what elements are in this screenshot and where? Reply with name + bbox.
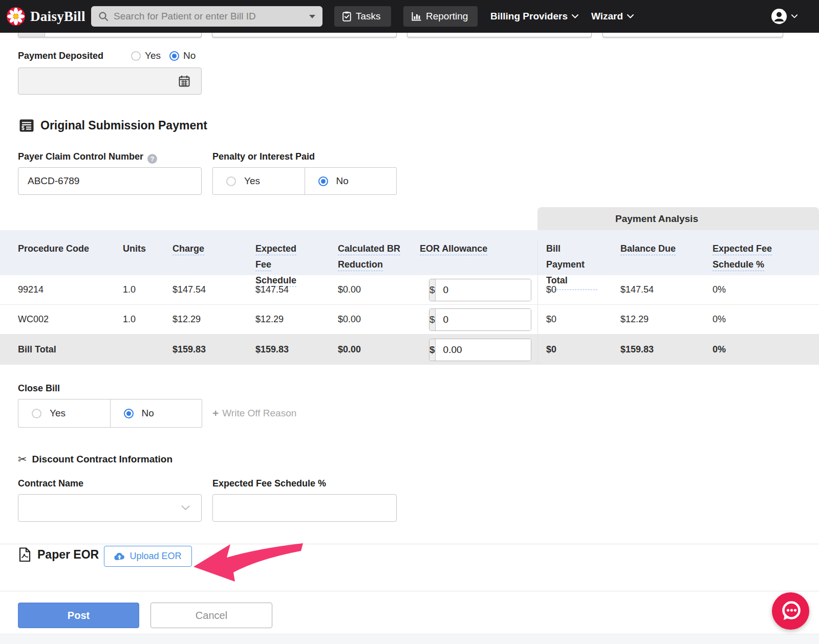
search-input[interactable] xyxy=(114,11,309,22)
reporting-label: Reporting xyxy=(426,11,468,22)
reporting-button[interactable]: Reporting xyxy=(403,6,478,27)
top-nav: DaisyBill Tasks xyxy=(0,0,819,33)
table-row: WC002 1.0 $12.29 $12.29 $0.00 $ $0 $12.2… xyxy=(0,305,819,335)
eor-allowance-total-input[interactable] xyxy=(436,339,531,361)
tasks-clipboard-icon xyxy=(342,11,351,21)
expected-fee-cell: $159.83 xyxy=(255,344,338,355)
cloud-upload-icon xyxy=(114,552,125,561)
tasks-button[interactable]: Tasks xyxy=(334,6,391,27)
balance-due-cell: $12.29 xyxy=(620,314,713,325)
bill-payment-total-cell: $0 xyxy=(537,275,620,304)
nav-billing-providers[interactable]: Billing Providers xyxy=(490,0,578,33)
contract-name-select[interactable] xyxy=(18,494,202,522)
expected-fee-pct-cell: 0% xyxy=(713,344,819,355)
calendar-icon xyxy=(179,75,190,87)
expected-fee-schedule-label: Expected Fee Schedule % xyxy=(212,478,326,489)
close-bill-no-option[interactable]: No xyxy=(110,399,202,427)
bill-payment-total-cell: $0 xyxy=(537,335,620,365)
payment-deposited-yes[interactable]: Yes xyxy=(131,50,161,61)
truncated-input-1[interactable] xyxy=(18,33,202,37)
col-units: Units xyxy=(123,241,173,257)
chevron-down-icon xyxy=(627,14,634,18)
col-balance-due[interactable]: Balance Due xyxy=(620,241,713,257)
eor-allowance-input[interactable] xyxy=(436,309,531,330)
truncated-input-2[interactable] xyxy=(212,33,397,37)
scissors-icon: ✂ xyxy=(18,453,27,465)
plus-icon: + xyxy=(212,407,219,419)
col-bill-payment-total[interactable]: Bill Payment Total xyxy=(537,241,620,275)
col-eor-allowance[interactable]: EOR Allowance xyxy=(420,241,537,257)
brand-logo[interactable]: DaisyBill xyxy=(6,7,85,26)
bill-total-row: Bill Total $159.83 $159.83 $0.00 $ $0 $1… xyxy=(0,335,819,365)
section-title-text: Original Submission Payment xyxy=(40,119,207,132)
currency-addon: $ xyxy=(429,339,436,361)
eor-allowance-input-group: $ xyxy=(429,308,531,331)
no-label: No xyxy=(142,408,154,419)
brand-name: DaisyBill xyxy=(30,9,85,25)
account-menu[interactable] xyxy=(771,8,798,25)
radio-unchecked-icon[interactable] xyxy=(131,51,141,61)
expected-fee-schedule-input[interactable] xyxy=(212,494,397,522)
payment-deposited-label: Payment Deposited xyxy=(18,51,103,61)
truncated-input-3[interactable] xyxy=(407,33,592,37)
no-label: No xyxy=(336,175,349,187)
payer-claim-control-input[interactable] xyxy=(18,167,202,195)
billing-statement-icon: $ xyxy=(19,119,34,132)
discount-contract-section-title: ✂ Discount Contract Information xyxy=(18,453,173,465)
tasks-label: Tasks xyxy=(356,11,381,22)
yes-label: Yes xyxy=(50,408,66,419)
penalty-interest-radio-group: Yes No xyxy=(212,167,397,195)
charge-cell: $147.54 xyxy=(173,284,255,295)
expected-fee-pct-cell: 0% xyxy=(713,314,819,325)
eor-allowance-input-group: $ xyxy=(429,279,531,301)
payment-analysis-title: Payment Analysis xyxy=(615,213,698,225)
original-submission-section-title: $ Original Submission Payment xyxy=(19,119,207,132)
daisy-logo-icon xyxy=(6,7,26,26)
select-chevron-icon xyxy=(181,505,190,510)
truncated-input-4[interactable] xyxy=(602,33,783,37)
upload-eor-button[interactable]: Upload EOR xyxy=(104,546,192,567)
write-off-reason-link[interactable]: + Write Off Reason xyxy=(212,407,296,419)
payment-date-field[interactable] xyxy=(18,68,202,95)
global-search[interactable] xyxy=(91,6,322,27)
paper-eor-title-text: Paper EOR xyxy=(37,548,99,562)
cancel-button[interactable]: Cancel xyxy=(150,603,272,628)
col-expected-fee-schedule-pct[interactable]: Expected Fee Schedule % xyxy=(713,241,819,273)
search-dropdown-caret[interactable] xyxy=(309,15,315,18)
payment-deposited-no[interactable]: No xyxy=(169,50,196,61)
post-button[interactable]: Post xyxy=(18,603,139,628)
svg-text:$: $ xyxy=(21,125,25,131)
close-bill-label: Close Bill xyxy=(18,383,60,394)
radio-unchecked-icon[interactable] xyxy=(226,176,236,186)
radio-checked-icon[interactable] xyxy=(318,176,328,186)
write-off-reason-label: Write Off Reason xyxy=(222,408,296,419)
chat-support-button[interactable] xyxy=(772,592,809,630)
page-bottom-strip xyxy=(0,634,819,644)
col-calculated-br-reduction[interactable]: Calculated BR Reduction xyxy=(338,241,420,273)
divider xyxy=(0,591,819,591)
balance-due-cell: $147.54 xyxy=(620,284,713,295)
user-avatar-icon xyxy=(771,8,787,25)
expected-fee-cell: $147.54 xyxy=(255,284,338,295)
chevron-down-icon xyxy=(791,14,798,18)
chevron-down-icon xyxy=(572,14,578,18)
nav-wizard[interactable]: Wizard xyxy=(591,0,634,33)
eor-allowance-cell: $ xyxy=(420,308,537,331)
eor-allowance-input[interactable] xyxy=(436,279,531,301)
close-bill-yes-option[interactable]: Yes xyxy=(18,399,110,427)
col-charge[interactable]: Charge xyxy=(173,241,255,257)
discount-contract-title-text: Discount Contract Information xyxy=(32,454,173,465)
radio-checked-icon[interactable] xyxy=(169,51,179,61)
payer-claim-control-label: Payer Claim Control Number? xyxy=(18,151,157,164)
radio-unchecked-icon[interactable] xyxy=(32,409,41,418)
paper-eor-section-title: Paper EOR xyxy=(19,547,99,562)
expected-fee-pct-cell: 0% xyxy=(713,284,819,295)
penalty-yes-option[interactable]: Yes xyxy=(213,168,305,194)
yes-label: Yes xyxy=(145,50,161,61)
radio-checked-icon[interactable] xyxy=(124,409,134,418)
bill-payment-total-cell: $0 xyxy=(537,305,620,334)
search-icon xyxy=(98,11,109,21)
penalty-no-option[interactable]: No xyxy=(305,168,397,194)
help-icon[interactable]: ? xyxy=(147,154,157,164)
upload-eor-label: Upload EOR xyxy=(130,551,181,562)
